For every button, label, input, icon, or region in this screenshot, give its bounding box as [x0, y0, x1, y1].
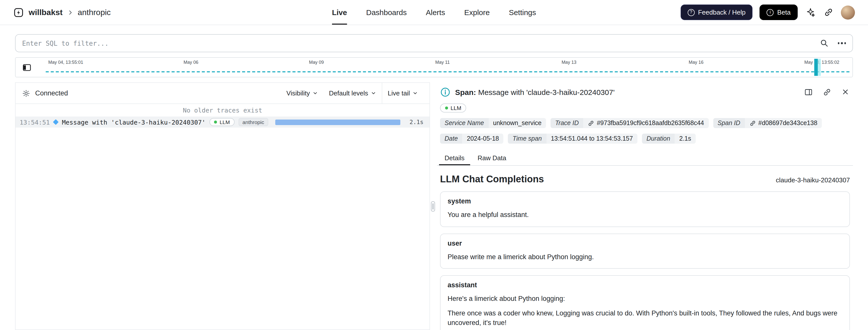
green-dot-icon	[445, 107, 448, 110]
message-content: Please write me a limerick about Python …	[447, 252, 842, 262]
time-span-value: 13:54:51.044 to 13:54:53.157	[546, 133, 638, 144]
default-levels-label: Default levels	[329, 89, 368, 97]
panel-resize-handle[interactable]	[431, 201, 435, 211]
span-diamond-icon	[53, 119, 59, 125]
span-title-text: Message with 'claude-3-haiku-20240307'	[478, 88, 615, 96]
expand-panel-icon[interactable]	[803, 86, 814, 97]
message-card-user: user Please write me a limerick about Py…	[440, 233, 850, 269]
chevron-down-icon	[312, 90, 318, 96]
beta-button[interactable]: i Beta	[760, 4, 798, 20]
default-levels-dropdown[interactable]: Default levels	[323, 89, 382, 97]
duration-bar	[275, 119, 401, 125]
breadcrumb-org[interactable]: willbakst	[29, 8, 63, 17]
timeline-tick: May 11	[435, 60, 450, 65]
span-detail-panel: Span: Message with 'claude-3-haiku-20240…	[436, 82, 853, 330]
span-id-pill[interactable]: Span ID #d08697de343ce138	[713, 118, 822, 128]
message-card-assistant: assistant Here's a limerick about Python…	[440, 275, 850, 330]
close-icon[interactable]	[840, 86, 851, 97]
duration-pill: Duration 2.1s	[642, 133, 696, 144]
search-icon[interactable]	[818, 38, 830, 49]
copy-link-icon[interactable]	[823, 7, 834, 18]
trace-id-pill[interactable]: Trace ID #973fba5919cf9c618aafdb2635f68c…	[551, 118, 709, 128]
nav-explore[interactable]: Explore	[464, 0, 490, 25]
model-name: claude-3-haiku-20240307	[776, 176, 850, 184]
feedback-help-label: Feedback / Help	[698, 8, 745, 16]
span-type-badges: LLM	[440, 102, 853, 113]
span-title-label: Span:	[455, 88, 476, 96]
sidebar-toggle-icon[interactable]	[16, 58, 38, 77]
span-title: Span: Message with 'claude-3-haiku-20240…	[455, 88, 615, 96]
user-avatar[interactable]	[841, 5, 855, 19]
time-span-label: Time span	[508, 133, 547, 144]
nav-alerts[interactable]: Alerts	[426, 0, 445, 25]
service-name-pill: Service Name unknown_service	[440, 118, 546, 128]
timeline-tick: May 18, 13:55:02	[804, 60, 839, 65]
message-content: Here's a limerick about Python logging: …	[447, 294, 842, 328]
beta-label: Beta	[777, 8, 791, 16]
trace-message: Message with 'claude-3-haiku-20240307'	[62, 118, 206, 126]
timeline-tick: May 09	[309, 60, 324, 65]
service-name-label: Service Name	[440, 118, 489, 128]
timeline-tick: May 16	[689, 60, 704, 65]
more-options-icon[interactable]	[838, 42, 846, 44]
trace-duration: 2.1s	[410, 119, 424, 126]
span-meta-row-2: Date 2024-05-18 Time span 13:54:51.044 t…	[440, 133, 853, 144]
help-icon: ?	[687, 9, 694, 16]
llm-type-badge: LLM	[440, 103, 466, 113]
theme-toggle-icon[interactable]	[805, 7, 816, 18]
share-link-icon[interactable]	[821, 86, 832, 97]
timeline-tick: May 13	[562, 60, 577, 65]
assistant-paragraph: There once was a coder who knew, Logging…	[447, 308, 842, 328]
chevron-down-icon	[412, 90, 418, 96]
traces-panel: Connected Visibility Default levels Live…	[15, 82, 430, 330]
span-info-icon	[440, 87, 451, 97]
timeline-track[interactable]: May 04, 13:55:01 May 06 May 09 May 11 Ma…	[38, 58, 852, 77]
traces-panel-controls: Visibility Default levels Live tail	[281, 83, 424, 103]
logo-icon[interactable]	[13, 7, 24, 18]
tab-raw-data[interactable]: Raw Data	[472, 151, 512, 165]
section-title: LLM Chat Completions	[440, 174, 544, 185]
main-content: Connected Visibility Default levels Live…	[15, 82, 853, 330]
date-label: Date	[440, 133, 462, 144]
span-meta-row-1: Service Name unknown_service Trace ID #9…	[440, 118, 853, 128]
message-role: system	[447, 198, 842, 205]
visibility-dropdown[interactable]: Visibility	[281, 89, 323, 97]
message-role: assistant	[447, 281, 842, 289]
trace-row[interactable]: 13:54:51 Message with 'claude-3-haiku-20…	[16, 117, 430, 127]
message-role: user	[447, 239, 842, 247]
trace-id-label: Trace ID	[551, 118, 583, 128]
span-header: Span: Message with 'claude-3-haiku-20240…	[437, 84, 853, 97]
nav-live[interactable]: Live	[332, 0, 347, 25]
traces-panel-header: Connected Visibility Default levels Live…	[16, 83, 430, 104]
duration-label: Duration	[642, 133, 675, 144]
panel-gutter	[430, 82, 436, 330]
header-actions: ? Feedback / Help i Beta	[680, 4, 855, 20]
top-bar: willbakst anthropic Live Dashboards Aler…	[0, 0, 868, 25]
timeline-selection[interactable]	[814, 59, 821, 76]
sql-filter-input[interactable]	[22, 39, 810, 47]
service-name-value: unknown_service	[489, 118, 546, 128]
timeline-tick: May 04, 13:55:01	[48, 60, 83, 65]
app-root: willbakst anthropic Live Dashboards Aler…	[0, 0, 868, 330]
live-tail-dropdown[interactable]: Live tail	[382, 89, 424, 97]
main-nav: Live Dashboards Alerts Explore Settings	[332, 0, 536, 25]
visibility-label: Visibility	[286, 89, 310, 97]
no-older-traces-message: No older traces exist	[16, 104, 430, 117]
sql-filter-bar	[15, 34, 853, 52]
nav-dashboards[interactable]: Dashboards	[366, 0, 407, 25]
nav-settings[interactable]: Settings	[509, 0, 536, 25]
settings-gear-icon[interactable]	[22, 89, 31, 98]
feedback-help-button[interactable]: ? Feedback / Help	[680, 4, 752, 20]
llm-section-header: LLM Chat Completions claude-3-haiku-2024…	[440, 174, 850, 185]
message-card-system: system You are a helpful assistant.	[440, 191, 850, 227]
tab-details[interactable]: Details	[439, 151, 470, 165]
message-content: You are a helpful assistant.	[447, 210, 842, 220]
info-icon: i	[767, 9, 774, 16]
trace-timestamp: 13:54:51	[20, 118, 50, 126]
assistant-paragraph: Here's a limerick about Python logging:	[447, 294, 842, 304]
live-tail-label: Live tail	[388, 89, 410, 97]
chevron-down-icon	[371, 90, 376, 96]
breadcrumb-project[interactable]: anthropic	[78, 8, 111, 17]
time-range-histogram: May 04, 13:55:01 May 06 May 09 May 11 Ma…	[15, 57, 853, 77]
timeline-tick: May 06	[184, 60, 198, 65]
